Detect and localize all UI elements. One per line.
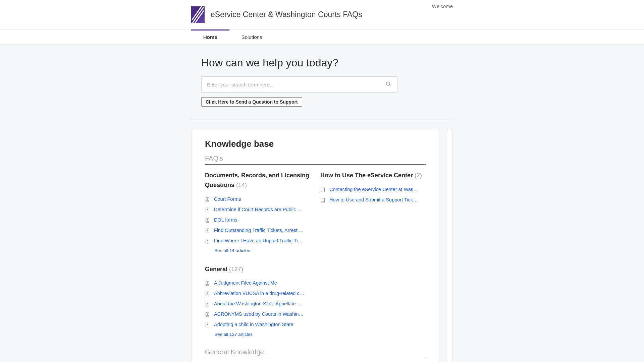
search-button[interactable] (383, 78, 394, 91)
nav-solutions[interactable]: Solutions (229, 29, 274, 44)
nav-home[interactable]: Home (191, 29, 229, 44)
category-documents: Documents, Records, and Licensing Questi… (205, 171, 310, 258)
category-general-127: General (127) A Judgment Filed Against M… (205, 264, 310, 342)
kb-title: Knowledge base (205, 139, 426, 149)
book-icon (205, 207, 210, 213)
article-link[interactable]: ACRONYMS used by Courts in Washington (214, 311, 305, 317)
book-icon (205, 281, 210, 286)
svg-line-1 (389, 85, 391, 86)
list-item: About the Washington State Appellate Cou… (205, 299, 310, 309)
list-item: DOL forms (205, 215, 310, 225)
book-icon (320, 187, 325, 192)
divider (191, 120, 453, 120)
category-title-text: Documents, Records, and Licensing Questi… (205, 172, 309, 188)
list-item: A Judgment Filed Against Me (205, 278, 310, 288)
category-count: (127) (229, 266, 243, 273)
book-icon (205, 197, 210, 202)
svg-point-0 (386, 82, 390, 85)
book-icon (205, 322, 210, 327)
article-link[interactable]: Contacting the eService Center at Washin… (329, 187, 420, 192)
send-question-button[interactable]: Click Here to Send a Question to Support (201, 97, 302, 107)
list-item: Adopting a child in Washington State (205, 319, 310, 330)
list-item: ACRONYMS used by Courts in Washington (205, 309, 310, 319)
list-item: Court Forms (205, 194, 310, 204)
help-title: How can we help you today? (201, 57, 453, 69)
list-item: Find Where I Have an Unpaid Traffic Tick… (205, 236, 310, 246)
search-input[interactable] (201, 76, 397, 93)
category-title-text: General (205, 266, 227, 273)
nav-bar: Home Solutions (0, 29, 644, 45)
see-all-link[interactable]: See all 127 articles (214, 332, 253, 337)
book-icon (205, 239, 210, 244)
side-panel (446, 129, 453, 362)
book-icon (205, 312, 210, 317)
article-link[interactable]: Find Where I Have an Unpaid Traffic Tick… (214, 238, 305, 243)
list-item: Contacting the eService Center at Washin… (320, 184, 426, 195)
article-link[interactable]: Court Forms (214, 196, 241, 202)
article-link[interactable]: Determine if Court Records are Public or… (214, 207, 305, 212)
category-title-eservice[interactable]: How to Use The eService Center (2) (320, 171, 426, 180)
category-eservice: How to Use The eService Center (2) Conta… (320, 171, 426, 258)
book-icon (205, 228, 210, 233)
see-all-link[interactable]: See all 14 articles (214, 248, 250, 253)
category-title-text: How to Use The eService Center (320, 172, 413, 179)
book-icon (205, 302, 210, 307)
book-icon (205, 218, 210, 223)
article-link[interactable]: Abbreviation VUCSA in a drug-related cri… (214, 291, 305, 296)
article-link[interactable]: About the Washington State Appellate Cou… (214, 301, 305, 306)
site-logo[interactable] (191, 6, 205, 23)
category-count: (2) (415, 172, 422, 179)
category-count: (14) (236, 182, 247, 188)
book-icon (205, 291, 210, 296)
category-title-general[interactable]: General (127) (205, 264, 310, 274)
search-icon (385, 81, 391, 87)
site-title[interactable]: eService Center & Washington Courts FAQs (211, 10, 362, 19)
category-title-documents[interactable]: Documents, Records, and Licensing Questi… (205, 171, 310, 190)
section-heading-faqs[interactable]: FAQ's (205, 155, 426, 165)
article-link[interactable]: DOL forms (214, 217, 237, 223)
article-link[interactable]: Find Outstanding Traffic Tickets, Arrest… (214, 228, 305, 233)
list-item: Abbreviation VUCSA in a drug-related cri… (205, 288, 310, 299)
article-link[interactable]: How to Use and Submit a Support Ticket a… (329, 197, 420, 202)
list-item: How to Use and Submit a Support Ticket a… (320, 195, 426, 205)
book-icon (320, 198, 325, 203)
article-link[interactable]: Adopting a child in Washington State (214, 322, 293, 327)
knowledge-base-card: Knowledge base FAQ's Documents, Records,… (191, 129, 439, 362)
article-link[interactable]: A Judgment Filed Against Me (214, 280, 277, 286)
list-item: Find Outstanding Traffic Tickets, Arrest… (205, 225, 310, 236)
search-box (201, 76, 397, 93)
section-heading-general-knowledge[interactable]: General Knowledge (205, 348, 426, 358)
list-item: Determine if Court Records are Public or… (205, 204, 310, 215)
